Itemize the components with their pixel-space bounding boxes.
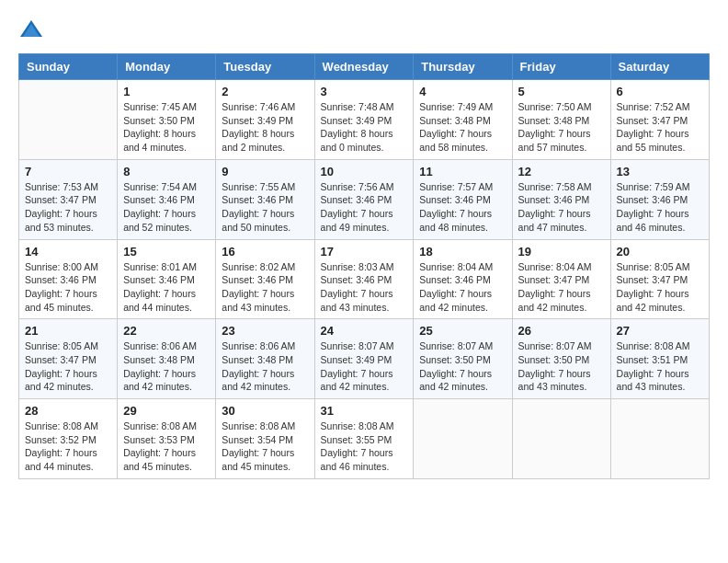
calendar-cell: 25Sunrise: 8:07 AM Sunset: 3:50 PM Dayli… xyxy=(414,319,512,399)
calendar-week-5: 28Sunrise: 8:08 AM Sunset: 3:52 PM Dayli… xyxy=(19,399,710,479)
calendar-cell: 15Sunrise: 8:01 AM Sunset: 3:46 PM Dayli… xyxy=(118,239,216,319)
day-number: 19 xyxy=(518,245,605,259)
day-info: Sunrise: 8:06 AM Sunset: 3:48 PM Dayligh… xyxy=(123,339,210,394)
calendar-cell: 24Sunrise: 8:07 AM Sunset: 3:49 PM Dayli… xyxy=(314,319,414,399)
calendar-week-2: 7Sunrise: 7:53 AM Sunset: 3:47 PM Daylig… xyxy=(19,159,710,239)
day-number: 18 xyxy=(419,245,506,259)
calendar-cell: 21Sunrise: 8:05 AM Sunset: 3:47 PM Dayli… xyxy=(19,319,118,399)
day-number: 15 xyxy=(123,245,210,259)
day-number: 4 xyxy=(419,85,506,98)
calendar-cell: 18Sunrise: 8:04 AM Sunset: 3:46 PM Dayli… xyxy=(414,239,512,319)
day-info: Sunrise: 7:53 AM Sunset: 3:47 PM Dayligh… xyxy=(25,180,111,235)
day-info: Sunrise: 8:04 AM Sunset: 3:46 PM Dayligh… xyxy=(419,260,506,315)
calendar-cell: 9Sunrise: 7:55 AM Sunset: 3:46 PM Daylig… xyxy=(216,159,314,239)
calendar-cell: 28Sunrise: 8:08 AM Sunset: 3:52 PM Dayli… xyxy=(19,399,118,479)
day-info: Sunrise: 8:07 AM Sunset: 3:49 PM Dayligh… xyxy=(321,339,408,394)
page-header xyxy=(18,18,710,44)
day-number: 17 xyxy=(321,245,408,259)
day-number: 9 xyxy=(222,165,308,178)
day-info: Sunrise: 7:48 AM Sunset: 3:49 PM Dayligh… xyxy=(321,100,408,155)
day-info: Sunrise: 8:08 AM Sunset: 3:52 PM Dayligh… xyxy=(25,419,111,474)
day-number: 22 xyxy=(123,324,210,338)
day-number: 21 xyxy=(25,324,111,338)
day-info: Sunrise: 8:00 AM Sunset: 3:46 PM Dayligh… xyxy=(25,260,111,315)
calendar-cell: 13Sunrise: 7:59 AM Sunset: 3:46 PM Dayli… xyxy=(610,159,709,239)
calendar-cell: 4Sunrise: 7:49 AM Sunset: 3:48 PM Daylig… xyxy=(414,80,512,160)
day-number: 28 xyxy=(25,404,111,418)
day-number: 13 xyxy=(617,165,703,178)
day-info: Sunrise: 8:07 AM Sunset: 3:50 PM Dayligh… xyxy=(419,339,506,394)
day-number: 12 xyxy=(518,165,605,178)
day-number: 26 xyxy=(518,324,605,338)
calendar-week-1: 1Sunrise: 7:45 AM Sunset: 3:50 PM Daylig… xyxy=(19,80,710,160)
day-number: 3 xyxy=(321,85,408,98)
day-number: 14 xyxy=(25,245,111,259)
day-info: Sunrise: 8:05 AM Sunset: 3:47 PM Dayligh… xyxy=(25,339,111,394)
day-number: 27 xyxy=(617,324,703,338)
day-info: Sunrise: 8:07 AM Sunset: 3:50 PM Dayligh… xyxy=(518,339,605,394)
calendar-cell: 17Sunrise: 8:03 AM Sunset: 3:46 PM Dayli… xyxy=(314,239,414,319)
day-number: 8 xyxy=(123,165,210,178)
logo xyxy=(18,18,48,44)
day-header-monday: Monday xyxy=(118,54,216,80)
calendar-cell xyxy=(610,399,709,479)
day-info: Sunrise: 8:08 AM Sunset: 3:53 PM Dayligh… xyxy=(123,419,210,474)
day-header-thursday: Thursday xyxy=(414,54,512,80)
day-number: 5 xyxy=(518,85,605,98)
day-number: 23 xyxy=(222,324,308,338)
calendar-cell: 30Sunrise: 8:08 AM Sunset: 3:54 PM Dayli… xyxy=(216,399,314,479)
calendar-cell: 12Sunrise: 7:58 AM Sunset: 3:46 PM Dayli… xyxy=(512,159,610,239)
day-info: Sunrise: 8:06 AM Sunset: 3:48 PM Dayligh… xyxy=(222,339,308,394)
calendar-cell: 2Sunrise: 7:46 AM Sunset: 3:49 PM Daylig… xyxy=(216,80,314,160)
day-number: 1 xyxy=(123,85,210,98)
calendar-cell: 7Sunrise: 7:53 AM Sunset: 3:47 PM Daylig… xyxy=(19,159,118,239)
day-number: 16 xyxy=(222,245,308,259)
day-info: Sunrise: 8:04 AM Sunset: 3:47 PM Dayligh… xyxy=(518,260,605,315)
calendar-cell: 26Sunrise: 8:07 AM Sunset: 3:50 PM Dayli… xyxy=(512,319,610,399)
calendar-cell: 27Sunrise: 8:08 AM Sunset: 3:51 PM Dayli… xyxy=(610,319,709,399)
calendar-cell: 5Sunrise: 7:50 AM Sunset: 3:48 PM Daylig… xyxy=(512,80,610,160)
day-info: Sunrise: 7:52 AM Sunset: 3:47 PM Dayligh… xyxy=(617,100,703,155)
calendar-cell xyxy=(512,399,610,479)
day-info: Sunrise: 7:58 AM Sunset: 3:46 PM Dayligh… xyxy=(518,180,605,235)
calendar-cell: 23Sunrise: 8:06 AM Sunset: 3:48 PM Dayli… xyxy=(216,319,314,399)
day-number: 10 xyxy=(321,165,408,178)
day-info: Sunrise: 7:46 AM Sunset: 3:49 PM Dayligh… xyxy=(222,100,308,155)
calendar-cell: 11Sunrise: 7:57 AM Sunset: 3:46 PM Dayli… xyxy=(414,159,512,239)
calendar-cell: 20Sunrise: 8:05 AM Sunset: 3:47 PM Dayli… xyxy=(610,239,709,319)
day-info: Sunrise: 7:59 AM Sunset: 3:46 PM Dayligh… xyxy=(617,180,703,235)
calendar-cell: 16Sunrise: 8:02 AM Sunset: 3:46 PM Dayli… xyxy=(216,239,314,319)
day-info: Sunrise: 7:54 AM Sunset: 3:46 PM Dayligh… xyxy=(123,180,210,235)
day-number: 30 xyxy=(222,404,308,418)
calendar-week-4: 21Sunrise: 8:05 AM Sunset: 3:47 PM Dayli… xyxy=(19,319,710,399)
day-number: 2 xyxy=(222,85,308,98)
calendar-cell: 8Sunrise: 7:54 AM Sunset: 3:46 PM Daylig… xyxy=(118,159,216,239)
day-info: Sunrise: 8:08 AM Sunset: 3:55 PM Dayligh… xyxy=(321,419,408,474)
day-number: 7 xyxy=(25,165,111,178)
calendar-cell xyxy=(414,399,512,479)
calendar-cell: 14Sunrise: 8:00 AM Sunset: 3:46 PM Dayli… xyxy=(19,239,118,319)
day-info: Sunrise: 7:57 AM Sunset: 3:46 PM Dayligh… xyxy=(419,180,506,235)
calendar-week-3: 14Sunrise: 8:00 AM Sunset: 3:46 PM Dayli… xyxy=(19,239,710,319)
day-info: Sunrise: 8:01 AM Sunset: 3:46 PM Dayligh… xyxy=(123,260,210,315)
day-number: 6 xyxy=(617,85,703,98)
day-info: Sunrise: 8:05 AM Sunset: 3:47 PM Dayligh… xyxy=(617,260,703,315)
day-info: Sunrise: 7:55 AM Sunset: 3:46 PM Dayligh… xyxy=(222,180,308,235)
logo-icon xyxy=(18,18,44,44)
day-info: Sunrise: 7:45 AM Sunset: 3:50 PM Dayligh… xyxy=(123,100,210,155)
day-header-tuesday: Tuesday xyxy=(216,54,314,80)
day-info: Sunrise: 8:08 AM Sunset: 3:54 PM Dayligh… xyxy=(222,419,308,474)
day-info: Sunrise: 7:49 AM Sunset: 3:48 PM Dayligh… xyxy=(419,100,506,155)
calendar-cell: 29Sunrise: 8:08 AM Sunset: 3:53 PM Dayli… xyxy=(118,399,216,479)
calendar-header-row: SundayMondayTuesdayWednesdayThursdayFrid… xyxy=(19,54,710,80)
day-header-saturday: Saturday xyxy=(610,54,709,80)
day-info: Sunrise: 7:56 AM Sunset: 3:46 PM Dayligh… xyxy=(321,180,408,235)
calendar-cell: 3Sunrise: 7:48 AM Sunset: 3:49 PM Daylig… xyxy=(314,80,414,160)
day-number: 20 xyxy=(617,245,703,259)
day-header-sunday: Sunday xyxy=(19,54,118,80)
day-header-wednesday: Wednesday xyxy=(314,54,414,80)
day-number: 31 xyxy=(321,404,408,418)
calendar-table: SundayMondayTuesdayWednesdayThursdayFrid… xyxy=(18,53,710,479)
day-number: 11 xyxy=(419,165,506,178)
day-number: 24 xyxy=(321,324,408,338)
